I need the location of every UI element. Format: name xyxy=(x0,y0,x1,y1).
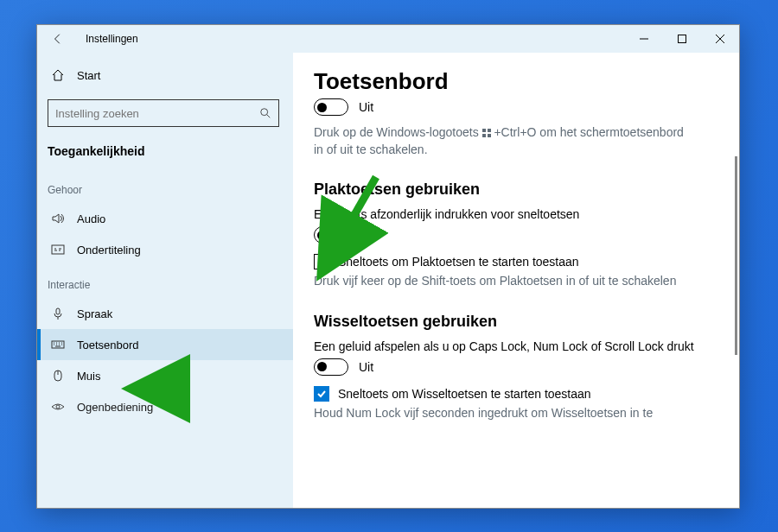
category-title: Toegankelijkheid xyxy=(37,141,293,170)
windows-logo-icon xyxy=(482,129,491,137)
close-button[interactable] xyxy=(701,25,739,53)
nav-label: Ondertiteling xyxy=(77,244,141,256)
checkbox-plaktoetsen-shortcut[interactable] xyxy=(314,254,329,269)
mic-icon xyxy=(51,307,65,320)
search-input[interactable] xyxy=(55,107,259,120)
toggle-wisseltoetsen[interactable] xyxy=(314,358,348,376)
sidebar-item-oogbediening[interactable]: Ogenbediening xyxy=(37,391,293,422)
settings-window: Instellingen Start Toegankelijkheid xyxy=(36,24,740,509)
scrollbar[interactable] xyxy=(735,156,737,355)
svg-point-6 xyxy=(56,405,60,408)
nav-label: Audio xyxy=(77,212,105,225)
toggle-plaktoetsen[interactable] xyxy=(314,226,348,244)
svg-rect-3 xyxy=(56,308,60,314)
nav-label: Muis xyxy=(77,370,100,383)
sidebar: Start Toegankelijkheid Gehoor Audio xyxy=(37,53,293,508)
home-label: Start xyxy=(77,69,100,82)
home-icon xyxy=(51,68,65,82)
nav-label: Toetsenbord xyxy=(77,339,139,352)
keyboard-icon xyxy=(51,338,65,352)
section-wisseltoetsen: Wisseltoetsen gebruiken xyxy=(314,313,718,331)
toggle-label: Uit xyxy=(359,360,373,374)
back-button[interactable] xyxy=(51,32,65,46)
subtext-plaktoetsen: Elke toets afzonderlijk indrukken voor s… xyxy=(314,207,718,221)
svg-rect-0 xyxy=(679,35,686,43)
svg-rect-2 xyxy=(52,245,64,254)
desc-wisseltoetsen: Houd Num Lock vijf seconden ingedrukt om… xyxy=(314,405,686,422)
content-pane: Toetsenbord Uit Druk op de Windows-logot… xyxy=(293,53,739,508)
window-title: Instellingen xyxy=(86,33,138,45)
page-title: Toetsenbord xyxy=(314,68,718,95)
sidebar-item-audio[interactable]: Audio xyxy=(37,203,293,234)
desc-onscreen-keyboard: Druk op de Windows-logotoets +Ctrl+O om … xyxy=(314,124,686,158)
caption-icon xyxy=(51,243,65,256)
sidebar-item-ondertiteling[interactable]: Ondertiteling xyxy=(37,234,293,265)
toggle-onscreen-keyboard[interactable] xyxy=(314,98,348,116)
section-gehoor: Gehoor xyxy=(37,170,293,203)
mouse-icon xyxy=(51,369,65,383)
check-label: Sneltoets om Wisseltoetsen te starten to… xyxy=(338,387,591,401)
toggle-label: Uit xyxy=(359,100,373,114)
minimize-button[interactable] xyxy=(625,25,663,53)
nav-label: Ogenbediening xyxy=(77,401,153,414)
titlebar: Instellingen xyxy=(37,25,739,53)
sidebar-item-spraak[interactable]: Spraak xyxy=(37,298,293,329)
sidebar-item-muis[interactable]: Muis xyxy=(37,360,293,391)
checkbox-wisseltoetsen-shortcut[interactable] xyxy=(314,386,329,402)
check-label: Sneltoets om Plaktoetsen te starten toes… xyxy=(338,255,579,269)
audio-icon xyxy=(51,212,65,225)
subtext-wisseltoetsen: Een geluid afspelen als u op Caps Lock, … xyxy=(314,339,718,353)
maximize-button[interactable] xyxy=(663,25,701,53)
search-icon xyxy=(259,107,271,119)
search-box[interactable] xyxy=(48,99,279,127)
svg-point-1 xyxy=(261,109,268,116)
sidebar-home[interactable]: Start xyxy=(37,63,293,87)
section-interactie: Interactie xyxy=(37,265,293,298)
section-plaktoetsen: Plaktoetsen gebruiken xyxy=(314,180,718,199)
nav-label: Spraak xyxy=(77,307,112,320)
toggle-label: Uit xyxy=(359,228,373,242)
sidebar-item-toetsenbord[interactable]: Toetsenbord xyxy=(37,329,293,360)
desc-plaktoetsen: Druk vijf keer op de Shift-toets om Plak… xyxy=(314,273,686,290)
eye-icon xyxy=(51,400,65,414)
